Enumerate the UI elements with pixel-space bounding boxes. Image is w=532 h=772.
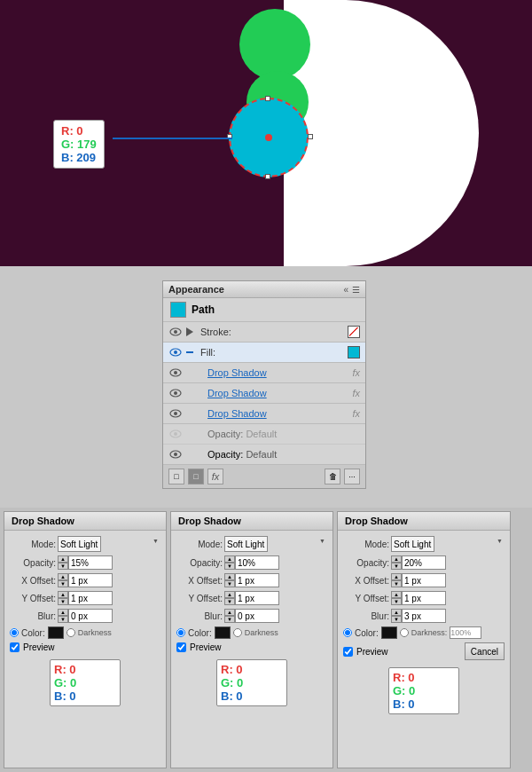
ds1-blur-label: Blur: xyxy=(10,611,56,621)
selection-handle-right[interactable] xyxy=(308,134,313,139)
drop-shadow-2-label[interactable]: Drop Shadow xyxy=(207,388,348,398)
ds2-blur-spinner[interactable]: ▲ ▼ xyxy=(224,609,235,623)
ds3-mode-dropdown[interactable]: Soft Light xyxy=(391,536,505,552)
ds3-preview-label: Preview xyxy=(356,647,388,657)
ds3-color-swatch[interactable] xyxy=(381,626,397,639)
svg-point-5 xyxy=(174,371,177,374)
ds2-xoffset-up[interactable]: ▲ xyxy=(224,573,235,580)
ds2-xoffset-down[interactable]: ▼ xyxy=(224,580,235,587)
ds3-xoffset-down[interactable]: ▼ xyxy=(391,580,402,587)
ds3-preview-check[interactable] xyxy=(343,647,353,657)
ds2-blur-up[interactable]: ▲ xyxy=(224,609,235,616)
ds2-xoffset-spinner[interactable]: ▲ ▼ xyxy=(224,573,235,587)
ds3-opacity-down[interactable]: ▼ xyxy=(391,563,402,570)
ds3-color-radio[interactable] xyxy=(343,628,352,637)
ds3-darkness-radio[interactable] xyxy=(400,628,409,637)
ds3-yoffset-down[interactable]: ▼ xyxy=(391,598,402,605)
ds3-xoffset-up[interactable]: ▲ xyxy=(391,573,402,580)
eye-ds2-visibility[interactable] xyxy=(168,386,183,400)
ds3-color-row: Color: Darkness: xyxy=(343,626,505,639)
ds1-yoffset-input[interactable] xyxy=(68,591,113,605)
ds3-opacity-input[interactable] xyxy=(402,555,446,570)
ds1-blur-input[interactable] xyxy=(68,609,113,623)
ds1-darkness-radio[interactable] xyxy=(66,628,75,637)
ds1-xoffset-up[interactable]: ▲ xyxy=(58,573,68,580)
ds1-yoffset-spinner[interactable]: ▲ ▼ xyxy=(58,591,68,605)
ds2-yoffset-up[interactable]: ▲ xyxy=(224,591,235,598)
trash-btn[interactable]: 🗑 xyxy=(325,469,340,484)
ds2-color-radio[interactable] xyxy=(176,628,185,637)
ds1-xoffset-spinner[interactable]: ▲ ▼ xyxy=(58,573,68,587)
ds2-yoffset-spinner[interactable]: ▲ ▼ xyxy=(224,591,235,605)
eye-ds1-visibility[interactable] xyxy=(168,366,183,380)
ds3-blur-spinner[interactable]: ▲ ▼ xyxy=(391,609,402,623)
ds2-xoffset-input[interactable] xyxy=(235,573,279,587)
ds2-mode-select[interactable]: Soft Light xyxy=(224,536,268,552)
new-fill-btn[interactable]: □ xyxy=(188,469,204,484)
drop-shadow-1-label[interactable]: Drop Shadow xyxy=(207,367,348,378)
ds3-darkness-input[interactable] xyxy=(450,626,481,639)
ds1-opacity-up[interactable]: ▲ xyxy=(58,555,68,563)
fill-swatch[interactable] xyxy=(348,346,360,358)
eye-ds3-visibility[interactable] xyxy=(168,406,183,421)
eye-visibility[interactable] xyxy=(168,325,183,339)
more-btn[interactable]: ··· xyxy=(344,469,360,484)
ds3-xoffset-input[interactable] xyxy=(402,573,446,587)
ds3-yoffset-input[interactable] xyxy=(402,591,446,605)
ds2-blur-input[interactable] xyxy=(235,609,279,623)
ds2-yoffset-row: Y Offset: ▲ ▼ xyxy=(176,591,327,605)
collapse-icon[interactable]: « xyxy=(343,285,348,295)
ds1-opacity-spinner[interactable]: ▲ ▼ xyxy=(58,555,68,570)
ds2-darkness-radio[interactable] xyxy=(233,628,242,637)
ds1-blur-down[interactable]: ▼ xyxy=(58,616,68,623)
ds1-preview-check[interactable] xyxy=(10,642,20,652)
ds1-blur-up[interactable]: ▲ xyxy=(58,609,68,616)
ds1-xoffset-input[interactable] xyxy=(68,573,113,587)
stroke-swatch[interactable] xyxy=(348,326,360,338)
ds2-opacity-input[interactable] xyxy=(235,555,279,570)
ds2-color-box-wrap: R: 0 G: 0 B: 0 xyxy=(176,656,327,706)
expand-arrow-icon[interactable] xyxy=(186,327,193,336)
ds2-blur-down[interactable]: ▼ xyxy=(224,616,235,623)
ds3-mode-select[interactable]: Soft Light xyxy=(391,536,434,552)
ds1-color-swatch[interactable] xyxy=(48,626,64,639)
ds2-preview-check[interactable] xyxy=(176,642,186,652)
fx-2-label: fx xyxy=(352,388,360,398)
ds2-color-swatch[interactable] xyxy=(215,626,231,639)
ds1-yoffset-up[interactable]: ▲ xyxy=(58,591,68,598)
ds1-mode-dropdown[interactable]: Soft Light xyxy=(58,536,160,552)
ds3-yoffset-up[interactable]: ▲ xyxy=(391,591,402,598)
ds1-opacity-input[interactable] xyxy=(68,555,113,570)
fx-btn[interactable]: fx xyxy=(207,469,223,484)
ds1-opacity-down[interactable]: ▼ xyxy=(58,563,68,570)
drop-shadow-3-label[interactable]: Drop Shadow xyxy=(207,408,348,419)
eye-fill-visibility[interactable] xyxy=(168,345,183,359)
ds3-blur-down[interactable]: ▼ xyxy=(391,616,402,623)
new-item-btn[interactable]: □ xyxy=(168,469,184,484)
ds2-opacity-spinner[interactable]: ▲ ▼ xyxy=(224,555,235,570)
ds3-yoffset-spinner[interactable]: ▲ ▼ xyxy=(391,591,402,605)
ds3-xoffset-spinner[interactable]: ▲ ▼ xyxy=(391,573,402,587)
ds3-opacity-spinner[interactable]: ▲ ▼ xyxy=(391,555,402,570)
ds1-yoffset-down[interactable]: ▼ xyxy=(58,598,68,605)
eye-opacity2[interactable] xyxy=(168,447,183,461)
selection-handle-bottom[interactable] xyxy=(265,174,270,179)
ds3-preview-group: Preview xyxy=(343,647,388,657)
menu-icon[interactable]: ☰ xyxy=(352,285,360,295)
ds1-blur-spinner[interactable]: ▲ ▼ xyxy=(58,609,68,623)
ds3-opacity-up[interactable]: ▲ xyxy=(391,555,402,563)
ds2-yoffset-down[interactable]: ▼ xyxy=(224,598,235,605)
ds1-xoffset-down[interactable]: ▼ xyxy=(58,580,68,587)
eye-opacity1[interactable] xyxy=(168,427,183,441)
ds1-mode-select[interactable]: Soft Light xyxy=(58,536,101,552)
ds3-cancel-btn[interactable]: Cancel xyxy=(465,642,505,660)
ds2-yoffset-input[interactable] xyxy=(235,591,279,605)
ds2-opacity-down[interactable]: ▼ xyxy=(224,563,235,570)
ds3-blur-input[interactable] xyxy=(402,609,446,623)
selection-handle-top[interactable] xyxy=(265,96,270,101)
ds2-opacity-up[interactable]: ▲ xyxy=(224,555,235,563)
svg-point-11 xyxy=(174,432,177,436)
ds1-color-radio[interactable] xyxy=(10,628,19,637)
ds3-blur-up[interactable]: ▲ xyxy=(391,609,402,616)
ds2-mode-dropdown[interactable]: Soft Light xyxy=(224,536,327,552)
